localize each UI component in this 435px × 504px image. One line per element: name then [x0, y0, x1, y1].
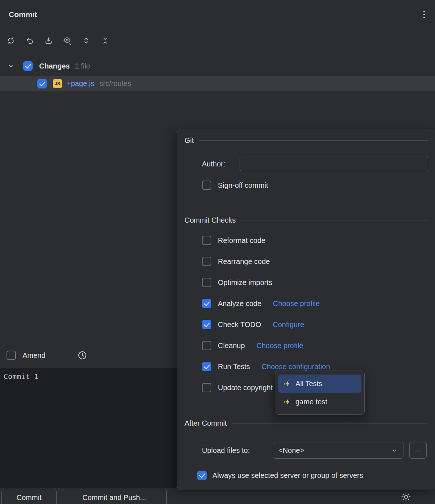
check-row-optimize: Optimize imports: [202, 275, 428, 290]
commit-options-panel: Git Author: Sign-off commit Commit Check…: [177, 129, 435, 490]
signoff-checkbox[interactable]: [202, 181, 211, 190]
author-row: Author:: [202, 156, 428, 172]
rollback-icon[interactable]: [23, 34, 36, 47]
popup-item-label: All Tests: [295, 380, 322, 388]
amend-label: Amend: [22, 351, 45, 360]
chevron-down-icon: [391, 447, 398, 454]
always-server-label: Always use selected server or group of s…: [212, 471, 363, 480]
expand-all-icon[interactable]: [80, 34, 93, 47]
always-server-checkbox[interactable]: [197, 471, 207, 480]
check-label: Analyze code: [218, 299, 261, 308]
check-label: Check TODO: [218, 321, 261, 329]
file-path: src/routes: [99, 79, 131, 88]
amend-row: Amend: [0, 347, 87, 363]
optimize-imports-checkbox[interactable]: [202, 278, 211, 287]
changed-file-row[interactable]: JS +page.js src/routes: [0, 76, 435, 91]
always-server-row: Always use selected server or group of s…: [197, 470, 428, 481]
choose-configuration-link[interactable]: Choose configuration: [262, 363, 330, 371]
commit-tool-window: Commit: [0, 0, 435, 504]
after-commit-title: After Commit: [185, 419, 227, 427]
check-row-analyze: Analyze code Choose profile: [202, 296, 428, 311]
amend-checkbox[interactable]: [7, 351, 16, 360]
changes-group-row[interactable]: Changes 1 file: [0, 59, 435, 73]
run-test-icon: [282, 397, 291, 406]
divider: [199, 140, 428, 141]
changes-label: Changes: [39, 62, 70, 70]
popup-item-all-tests[interactable]: All Tests: [278, 375, 361, 393]
signoff-label: Sign-off commit: [218, 181, 268, 190]
git-section-title: Git: [185, 136, 194, 145]
author-label: Author:: [202, 160, 235, 168]
check-row-todo: Check TODO Configure: [202, 317, 428, 332]
check-todo-checkbox[interactable]: [202, 320, 211, 329]
more-options-icon[interactable]: [420, 8, 428, 21]
popup-item-game-test[interactable]: game test: [278, 393, 361, 411]
commit-toolbar: [4, 34, 112, 47]
after-commit-header: After Commit: [185, 417, 428, 429]
cleanup-checkbox[interactable]: [202, 341, 211, 350]
file-checkbox[interactable]: [37, 79, 47, 88]
commit-checks-header: Commit Checks: [185, 214, 428, 226]
window-header: Commit: [0, 0, 435, 29]
choose-profile-link[interactable]: Choose profile: [273, 299, 320, 308]
changes-checkbox[interactable]: [23, 61, 33, 71]
browse-servers-button[interactable]: ...: [409, 442, 427, 459]
run-tests-checkbox[interactable]: [202, 362, 211, 371]
commit-and-push-button[interactable]: Commit and Push...: [62, 489, 167, 504]
check-label: Run Tests: [218, 363, 250, 371]
check-row-rearrange: Rearrange code: [202, 254, 428, 269]
commit-history-icon[interactable]: [77, 350, 87, 360]
git-section-header: Git: [185, 134, 428, 146]
upload-server-select[interactable]: <None>: [273, 442, 403, 459]
choose-profile-link[interactable]: Choose profile: [257, 342, 303, 350]
check-label: Reformat code: [218, 236, 265, 245]
upload-files-label: Upload files to:: [202, 446, 267, 455]
signoff-row: Sign-off commit: [202, 180, 428, 191]
commit-button[interactable]: Commit: [1, 489, 57, 504]
configure-link[interactable]: Configure: [273, 321, 304, 329]
author-input[interactable]: [240, 157, 428, 171]
collapse-all-icon[interactable]: [99, 34, 112, 47]
check-label: Optimize imports: [218, 278, 272, 287]
window-title: Commit: [9, 10, 37, 19]
rearrange-checkbox[interactable]: [202, 257, 211, 266]
changes-count: 1 file: [75, 62, 90, 70]
commit-message-text[interactable]: Commit 1: [4, 372, 38, 381]
run-test-icon: [282, 379, 291, 388]
divider: [241, 220, 428, 220]
js-file-icon: JS: [53, 79, 62, 88]
settings-gear-icon[interactable]: [401, 491, 411, 502]
check-row-cleanup: Cleanup Choose profile: [202, 338, 428, 353]
diff-preview-icon[interactable]: [61, 34, 74, 47]
file-name[interactable]: +page.js: [67, 79, 94, 88]
check-label: Rearrange code: [218, 257, 270, 266]
popup-item-label: game test: [295, 398, 327, 406]
analyze-code-checkbox[interactable]: [202, 299, 211, 308]
divider: [232, 423, 428, 424]
upload-server-value: <None>: [278, 446, 304, 455]
refresh-icon[interactable]: [4, 34, 17, 47]
upload-row: Upload files to: <None> ...: [202, 442, 428, 459]
chevron-down-icon[interactable]: [7, 62, 15, 70]
reformat-checkbox[interactable]: [202, 236, 211, 245]
check-label: Cleanup: [218, 342, 245, 350]
update-copyright-checkbox[interactable]: [202, 383, 211, 392]
run-configuration-popup: All Tests game test: [275, 371, 365, 415]
check-label: Update copyright: [218, 384, 273, 392]
check-row-reformat: Reformat code: [202, 233, 428, 248]
commit-checks-title: Commit Checks: [185, 216, 236, 224]
bottom-bar: Commit Commit and Push...: [0, 488, 435, 504]
shelve-icon[interactable]: [42, 34, 55, 47]
